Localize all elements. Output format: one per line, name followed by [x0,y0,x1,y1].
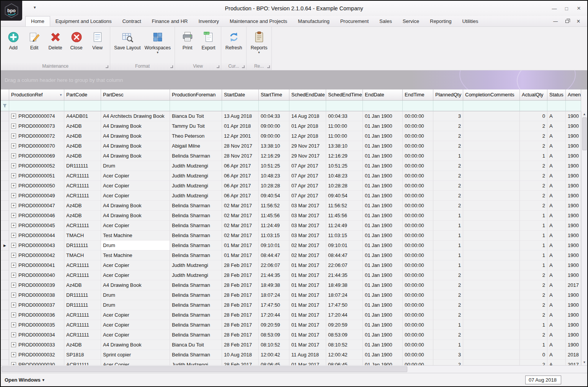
cell-endTime[interactable]: 00:00:00 [403,181,433,191]
cell-foreman[interactable]: Bianca Du Toit [170,111,222,121]
cell-schedEndDate[interactable]: 01 Mar 2017 [289,280,326,290]
cell-ref[interactable]: +PROD00000034 [9,330,64,340]
cell-partCode[interactable]: DR111111 [64,290,101,300]
row-indicator[interactable] [1,330,9,340]
cell-plannedQty[interactable]: 2 [433,141,463,151]
cell-endDate[interactable]: 01 Jan 1900 [363,141,403,151]
cell-partCode[interactable]: Az4DB [64,141,101,151]
cell-amendDate[interactable]: 1900 [566,260,581,270]
cell-schedEndDate[interactable]: 03 Mar 2017 [289,211,326,221]
cell-ref[interactable]: +PROD00000038 [9,290,64,300]
cell-ref[interactable]: +PROD00000039 [9,280,64,290]
cell-endTime[interactable]: 00:00:00 [403,320,433,330]
cell-actualQty[interactable]: 2 [520,131,547,141]
cell-ref[interactable]: +PROD00000069 [9,151,64,161]
column-header-schedendtime[interactable]: SchedEndTime [326,89,363,101]
cell-status[interactable]: A [547,350,566,360]
cell-amendDate[interactable]: 1900 [566,141,581,151]
row-indicator[interactable] [1,231,9,241]
cell-startDate[interactable]: 01 Mar 2017 [222,241,259,250]
cell-partDesc[interactable]: Acer Copier [101,260,170,270]
expand-row-icon[interactable]: + [11,124,16,128]
open-windows-button[interactable]: Open Windows ▾ [5,377,44,383]
row-indicator[interactable] [1,201,9,211]
cell-partCode[interactable]: ACR11111 [64,191,101,201]
cell-partDesc[interactable]: Drum [101,290,170,300]
cell-partDesc[interactable]: Acer Copier [101,320,170,330]
cell-endTime[interactable]: 00:00:00 [403,250,433,260]
cell-partCode[interactable]: Az4DB [64,131,101,141]
cell-startTime[interactable]: 12:16:29 [259,151,289,161]
column-header-enddate[interactable]: EndDate [363,89,403,101]
cell-amendDate[interactable]: 1900 [566,310,581,320]
expand-row-icon[interactable]: + [11,293,16,298]
column-header-partdesc[interactable]: PartDesc [101,89,170,101]
expand-row-icon[interactable]: + [11,133,16,138]
cell-startDate[interactable]: 01 Mar 2017 [222,250,259,260]
cell-completionComments[interactable] [463,201,520,211]
column-header-actualqty[interactable]: ActualQty [520,89,547,101]
ribbon-button-add[interactable]: Add [3,28,24,62]
cell-completionComments[interactable] [463,151,520,161]
cell-amendDate[interactable]: 1900 [566,201,581,211]
expand-row-icon[interactable]: + [11,253,16,258]
cell-schedEndTime[interactable]: 17:47:50 [326,300,363,310]
cell-endDate[interactable]: 01 Jan 1900 [363,131,403,141]
cell-foreman[interactable]: Belinda Sharman [170,211,222,221]
cell-amendDate[interactable]: 1900 [566,330,581,340]
cell-schedEndDate[interactable]: 01 Mar 2017 [289,310,326,320]
cell-ref[interactable]: +PROD00000073 [9,121,64,131]
expand-row-icon[interactable]: + [11,223,16,228]
row-indicator[interactable] [1,340,9,350]
cell-startTime[interactable]: 09:40:54 [259,191,289,201]
cell-ref[interactable]: +PROD00000030 [9,360,64,365]
cell-schedEndTime[interactable]: 09:40:54 [326,191,363,201]
cell-schedEndDate[interactable]: 02 Mar 2017 [289,250,326,260]
cell-ref[interactable]: +PROD00000036 [9,310,64,320]
cell-status[interactable]: A [547,231,566,241]
cell-startTime[interactable]: 08:06:45 [259,360,289,365]
cell-startDate[interactable]: 06 Apr 2017 [222,171,259,181]
cell-foreman[interactable]: Judith Mudzengi [170,181,222,191]
cell-endTime[interactable]: 00:00:00 [403,211,433,221]
row-indicator[interactable] [1,181,9,191]
cell-schedEndDate[interactable]: 12 Apr 2018 [289,131,326,141]
cell-partDesc[interactable]: Acer Copier [101,191,170,201]
cell-foreman[interactable]: Belinda Sharman [170,231,222,241]
column-header-productionforeman[interactable]: ProductionForeman [170,89,222,101]
cell-completionComments[interactable] [463,280,520,290]
cell-schedEndTime[interactable]: 17:20:44 [326,310,363,320]
cell-plannedQty[interactable]: 2 [433,181,463,191]
row-indicator[interactable]: ▶ [1,241,9,250]
cell-endTime[interactable]: 00:00:00 [403,260,433,270]
cell-ref[interactable]: +PROD00000045 [9,221,64,231]
cell-endTime[interactable]: 00:00:00 [403,121,433,131]
filter-cell-foreman[interactable] [170,101,222,111]
expand-row-icon[interactable]: + [11,173,16,178]
cell-endDate[interactable]: 01 Jan 1900 [363,280,403,290]
cell-amendDate[interactable]: 1900 [566,250,581,260]
cell-plannedQty[interactable]: 2 [433,280,463,290]
ribbon-button-workspaces[interactable]: Workspaces▾ [143,28,173,62]
cell-startTime[interactable]: 10:28:28 [259,181,289,191]
cell-schedEndDate[interactable]: 29 Nov 2017 [289,151,326,161]
column-header-completioncomments[interactable]: CompletionComments [463,89,520,101]
cell-status[interactable]: A [547,241,566,250]
cell-endDate[interactable]: 01 Jan 1900 [363,191,403,201]
cell-startTime[interactable]: 10:48:23 [259,171,289,181]
row-indicator[interactable] [1,300,9,310]
cell-actualQty[interactable]: 2 [520,310,547,320]
cell-partCode[interactable]: DR111111 [64,241,101,250]
cell-amendDate[interactable]: 1900 [566,290,581,300]
cell-endDate[interactable]: 01 Jan 1900 [363,151,403,161]
filter-cell-completionComments[interactable] [463,101,520,111]
cell-schedEndDate[interactable]: 07 Apr 2017 [289,171,326,181]
cell-amendDate[interactable]: 1900 [566,300,581,310]
cell-schedEndDate[interactable]: 01 Mar 2017 [289,330,326,340]
cell-ref[interactable]: +PROD00000040 [9,270,64,280]
cell-plannedQty[interactable]: 2 [433,191,463,201]
cell-partCode[interactable]: TMACH [64,231,101,241]
cell-partCode[interactable]: ACR11111 [64,270,101,280]
ribbon-button-save-layout[interactable]: Save Layout [112,28,143,62]
cell-partCode[interactable]: DR111111 [64,161,101,171]
